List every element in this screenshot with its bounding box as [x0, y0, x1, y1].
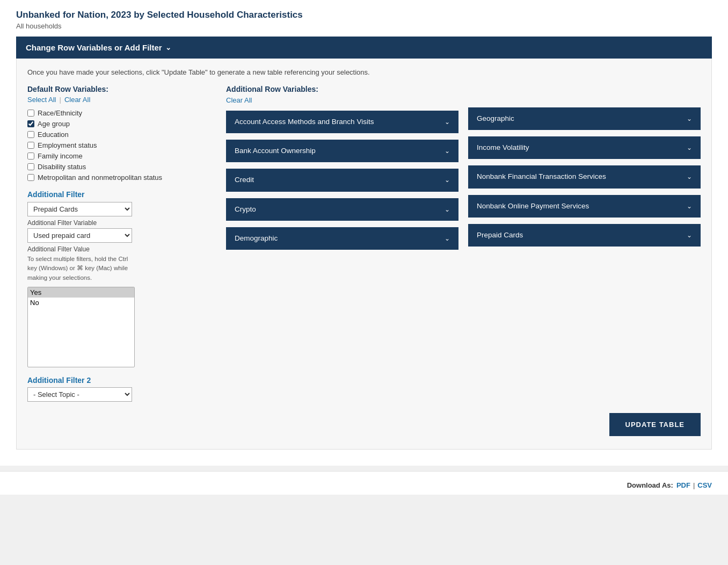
btn-income-volatility-label: Income Volatility — [477, 143, 529, 153]
checkbox-income[interactable]: Family income — [27, 152, 210, 160]
value-option-no[interactable]: No — [28, 298, 134, 308]
btn-credit-chevron: ⌄ — [445, 176, 450, 184]
checkbox-age-label: Age group — [38, 120, 70, 128]
filter2-select[interactable]: - Select Topic - — [27, 387, 132, 402]
checkbox-age-input[interactable] — [27, 120, 34, 127]
checkbox-education-label: Education — [38, 131, 69, 139]
page-title: Unbanked for Nation, 2023 by Selected Ho… — [16, 10, 712, 20]
checkbox-employment[interactable]: Employment status — [27, 141, 210, 149]
filter-hint-text: To select multiple filters, hold the Ctr… — [27, 255, 135, 282]
checkbox-disability-input[interactable] — [27, 163, 34, 170]
btn-nonbank-financial[interactable]: Nonbank Financial Transaction Services ⌄ — [468, 165, 701, 188]
additional-row-variables-label: Additional Row Variables: — [226, 85, 458, 93]
checkbox-age[interactable]: Age group — [27, 120, 210, 128]
download-pdf-link[interactable]: PDF — [676, 481, 690, 489]
clear-all-additional-button[interactable]: Clear All — [226, 96, 252, 104]
btn-prepaid-cards[interactable]: Prepaid Cards ⌄ — [468, 224, 701, 247]
variable-select[interactable]: Used prepaid card — [27, 228, 132, 243]
instructions-text: Once you have made your selections, clic… — [27, 68, 701, 76]
select-all-button[interactable]: Select All — [27, 96, 56, 104]
btn-account-access-label: Account Access Methods and Branch Visits — [235, 117, 374, 127]
checkbox-metro-input[interactable] — [27, 174, 34, 181]
btn-geographic-chevron: ⌄ — [687, 114, 692, 123]
checkbox-metro-label: Metropolitan and nonmetropolitan status — [38, 173, 162, 182]
btn-demographic-label: Demographic — [235, 234, 278, 243]
btn-crypto-chevron: ⌄ — [445, 205, 450, 214]
btn-nonbank-financial-label: Nonbank Financial Transaction Services — [477, 172, 606, 182]
btn-prepaid-cards-label: Prepaid Cards — [477, 230, 523, 240]
btn-account-access-chevron: ⌄ — [445, 118, 450, 126]
btn-nonbank-online-label: Nonbank Online Payment Services — [477, 201, 589, 211]
btn-bank-ownership-chevron: ⌄ — [445, 147, 450, 155]
filter-value-label: Additional Filter Value — [27, 245, 210, 253]
btn-geographic-label: Geographic — [477, 114, 514, 124]
checkbox-race-input[interactable] — [27, 110, 34, 117]
additional-filter-2-label: Additional Filter 2 — [27, 376, 210, 385]
btn-bank-ownership-label: Bank Account Ownership — [235, 146, 316, 156]
page-subtitle: All households — [16, 22, 712, 30]
download-label: Download As: — [627, 481, 673, 489]
btn-income-volatility[interactable]: Income Volatility ⌄ — [468, 136, 701, 159]
accordion-chevron-icon: ⌄ — [165, 44, 171, 52]
checkbox-disability-label: Disability status — [38, 163, 86, 171]
default-row-variables-list: Race/Ethnicity Age group Education Emplo… — [27, 109, 210, 182]
accordion-body: Once you have made your selections, clic… — [16, 59, 712, 450]
btn-prepaid-cards-chevron: ⌄ — [687, 231, 692, 240]
btn-account-access[interactable]: Account Access Methods and Branch Visits… — [226, 111, 458, 133]
accordion-header[interactable]: Change Row Variables or Add Filter ⌄ — [16, 37, 712, 59]
checkbox-education-input[interactable] — [27, 131, 34, 138]
download-csv-link[interactable]: CSV — [697, 481, 712, 489]
checkbox-employment-input[interactable] — [27, 142, 34, 149]
btn-nonbank-online[interactable]: Nonbank Online Payment Services ⌄ — [468, 195, 701, 218]
bottom-bar: Download As: PDF | CSV — [0, 471, 728, 495]
checkbox-income-input[interactable] — [27, 153, 34, 160]
btn-demographic[interactable]: Demographic ⌄ — [226, 227, 458, 250]
download-separator: | — [693, 481, 695, 489]
update-table-button[interactable]: UPDATE TABLE — [609, 413, 701, 436]
clear-all-default-button[interactable]: Clear All — [64, 96, 90, 104]
btn-crypto[interactable]: Crypto ⌄ — [226, 198, 458, 221]
checkbox-race-label: Race/Ethnicity — [38, 109, 82, 117]
filter-variable-label: Additional Filter Variable — [27, 219, 210, 227]
btn-demographic-chevron: ⌄ — [445, 234, 450, 243]
value-option-yes[interactable]: Yes — [28, 287, 134, 298]
checkbox-metro[interactable]: Metropolitan and nonmetropolitan status — [27, 173, 210, 182]
checkbox-race[interactable]: Race/Ethnicity — [27, 109, 210, 117]
btn-credit-label: Credit — [235, 175, 254, 185]
link-separator: | — [59, 96, 61, 104]
btn-credit[interactable]: Credit ⌄ — [226, 169, 458, 191]
btn-geographic[interactable]: Geographic ⌄ — [468, 107, 701, 130]
topic-select[interactable]: Prepaid Cards — [27, 202, 132, 216]
btn-nonbank-online-chevron: ⌄ — [687, 202, 692, 211]
btn-income-volatility-chevron: ⌄ — [687, 143, 692, 152]
checkbox-income-label: Family income — [38, 152, 83, 160]
accordion-header-label: Change Row Variables or Add Filter — [26, 43, 162, 52]
btn-nonbank-financial-chevron: ⌄ — [687, 172, 692, 181]
additional-filter-label: Additional Filter — [27, 190, 210, 199]
default-row-variables-label: Default Row Variables: — [27, 85, 210, 93]
value-listbox[interactable]: Yes No — [27, 287, 135, 367]
btn-crypto-label: Crypto — [235, 205, 256, 214]
checkbox-education[interactable]: Education — [27, 131, 210, 139]
btn-bank-ownership[interactable]: Bank Account Ownership ⌄ — [226, 140, 458, 162]
checkbox-disability[interactable]: Disability status — [27, 163, 210, 171]
checkbox-employment-label: Employment status — [38, 141, 97, 149]
